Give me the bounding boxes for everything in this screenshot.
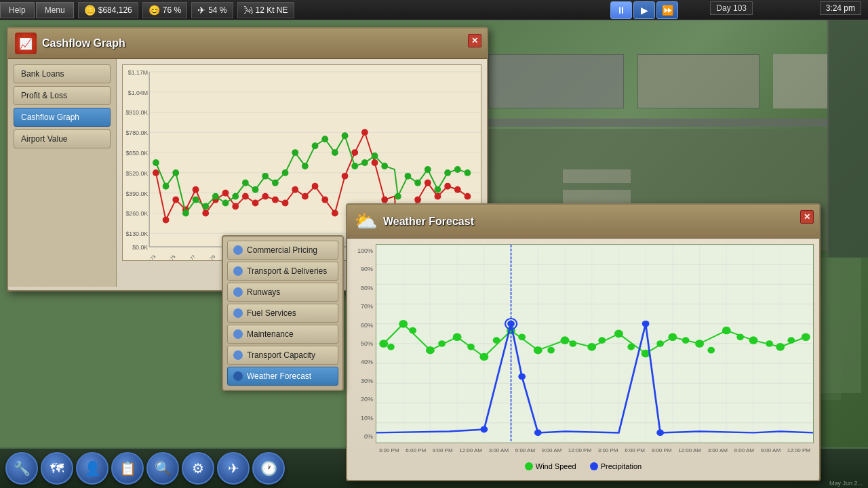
toolbar-btn-person[interactable]: 👤 <box>76 452 108 485</box>
svg-point-59 <box>202 203 209 210</box>
svg-point-148 <box>467 344 475 350</box>
cashflow-sidebar: Bank Loans Profit & Loss Cashflow Graph … <box>8 59 117 287</box>
svg-point-72 <box>332 149 338 156</box>
svg-point-38 <box>312 183 319 190</box>
play-button[interactable]: ▶ <box>633 1 655 19</box>
cashflow-close-button[interactable]: ✕ <box>468 34 481 47</box>
svg-point-74 <box>351 163 358 169</box>
svg-point-37 <box>302 193 309 200</box>
svg-point-157 <box>707 347 715 354</box>
pause-button[interactable]: ⏸ <box>610 1 632 19</box>
svg-text:$130.0K: $130.0K <box>125 230 148 237</box>
svg-point-159 <box>766 340 773 347</box>
weather-graph-wrapper: 8:00 AM Wind Speed: 17.8 knots NE 100% 9… <box>353 244 814 457</box>
svg-point-146 <box>409 327 416 334</box>
toolbar-btn-magnify[interactable]: 🔍 <box>146 452 179 485</box>
svg-point-60 <box>212 193 219 200</box>
svg-point-34 <box>272 197 279 203</box>
svg-point-57 <box>182 210 189 217</box>
weather-y-axis: 100% 90% 80% 70% 60% 50% 40% 30% 20% 10%… <box>353 244 374 443</box>
weather-legend: Wind Speed Precipitation <box>353 460 814 473</box>
svg-point-35 <box>282 200 289 207</box>
svg-point-66 <box>272 180 279 186</box>
menu-button[interactable]: Menu <box>36 2 74 18</box>
svg-text:Day 77: Day 77 <box>182 254 197 260</box>
fast-forward-button[interactable]: ⏩ <box>656 1 678 19</box>
svg-point-26 <box>193 186 199 193</box>
weather-close-button[interactable]: ✕ <box>800 210 814 224</box>
help-button[interactable]: Help <box>0 2 35 18</box>
menu-icon-capacity <box>233 350 243 360</box>
menu-item-runways[interactable]: Runways <box>227 283 338 302</box>
wind-dot <box>525 462 533 470</box>
toolbar-btn-clock[interactable]: 🕐 <box>252 452 285 485</box>
menu-item-maintenance[interactable]: Maintenance <box>227 325 338 344</box>
svg-point-164 <box>534 430 542 436</box>
svg-point-144 <box>802 333 810 341</box>
svg-point-161 <box>480 426 488 433</box>
top-bar: Help Menu 🪙 $684,126 😊 76 % ✈ 54 % 🌬 12 … <box>0 0 868 20</box>
weather-cloud-icon: ⛅ <box>354 210 378 232</box>
svg-point-158 <box>736 333 744 340</box>
svg-point-145 <box>387 344 395 350</box>
toolbar-btn-map[interactable]: 🗺 <box>41 452 73 485</box>
precip-dot <box>590 462 598 470</box>
svg-point-33 <box>262 193 269 200</box>
svg-point-55 <box>163 183 170 190</box>
sidebar-item-cashflow[interactable]: Cashflow Graph <box>14 108 111 127</box>
menu-item-fuel-services[interactable]: Fuel Services <box>227 304 338 323</box>
svg-point-73 <box>342 132 349 139</box>
toolbar-btn-plane[interactable]: ✈ <box>217 452 250 485</box>
svg-point-24 <box>172 197 179 203</box>
svg-text:$650.0K: $650.0K <box>125 150 148 157</box>
menu-item-commercial-pricing[interactable]: Commercial Pricing <box>227 241 338 260</box>
svg-text:$390.0K: $390.0K <box>125 190 148 197</box>
svg-text:$1.17M: $1.17M <box>128 69 148 76</box>
svg-point-68 <box>292 149 298 156</box>
cashflow-title: Cashflow Graph <box>42 37 125 49</box>
svg-point-80 <box>414 180 421 186</box>
svg-point-155 <box>656 340 664 347</box>
sidebar-item-bank-loans[interactable]: Bank Loans <box>14 64 111 83</box>
sidebar-item-profit-loss[interactable]: Profit & Loss <box>14 86 111 105</box>
svg-point-71 <box>321 136 328 142</box>
svg-point-64 <box>252 186 259 193</box>
money-stat: 🪙 $684,126 <box>78 2 138 18</box>
menu-icon-commercial <box>233 245 243 255</box>
legend-wind: Wind Speed <box>525 462 576 470</box>
menu-item-weather-forecast[interactable]: Weather Forecast <box>227 367 338 386</box>
weather-window: Commercial Pricing Transport & Deliverie… <box>346 203 821 481</box>
svg-point-130 <box>426 346 435 354</box>
svg-text:Day 75: Day 75 <box>163 254 177 260</box>
toolbar-btn-wrench[interactable]: 🔧 <box>5 452 38 485</box>
money-icon: 🪙 <box>84 5 96 16</box>
toolbar-btn-settings[interactable]: ⚙ <box>182 452 214 485</box>
toolbar-btn-document[interactable]: 📋 <box>111 452 144 485</box>
sidebar-item-airport-value[interactable]: Airport Value <box>14 129 111 148</box>
wind-stat: 🌬 12 Kt NE <box>237 2 294 18</box>
weather-title-bar: ⛅ Weather Forecast ✕ <box>347 205 819 239</box>
svg-point-166 <box>656 430 664 436</box>
menu-item-transport-capacity[interactable]: Transport Capacity <box>227 346 338 365</box>
weather-body: 8:00 AM Wind Speed: 17.8 knots NE 100% 9… <box>347 239 819 479</box>
map-coords: May Jun 2... <box>829 480 863 487</box>
svg-point-70 <box>312 142 319 149</box>
svg-point-140 <box>695 340 704 348</box>
svg-point-56 <box>172 169 179 176</box>
svg-point-147 <box>438 340 446 347</box>
svg-text:$910.0K: $910.0K <box>125 109 148 116</box>
svg-point-160 <box>787 337 795 344</box>
svg-point-136 <box>587 343 596 351</box>
menu-item-transport-deliveries[interactable]: Transport & Deliveries <box>227 262 338 281</box>
svg-point-150 <box>518 333 526 340</box>
svg-point-61 <box>222 200 229 207</box>
svg-point-165 <box>642 321 650 327</box>
svg-text:$780.0K: $780.0K <box>125 129 148 136</box>
svg-point-40 <box>332 210 338 217</box>
svg-point-31 <box>242 193 249 200</box>
menu-icon-weather <box>233 371 243 381</box>
svg-point-23 <box>163 216 170 223</box>
svg-point-163 <box>518 373 526 380</box>
side-menu: Commercial Pricing Transport & Deliverie… <box>222 235 344 391</box>
svg-point-84 <box>454 166 461 173</box>
